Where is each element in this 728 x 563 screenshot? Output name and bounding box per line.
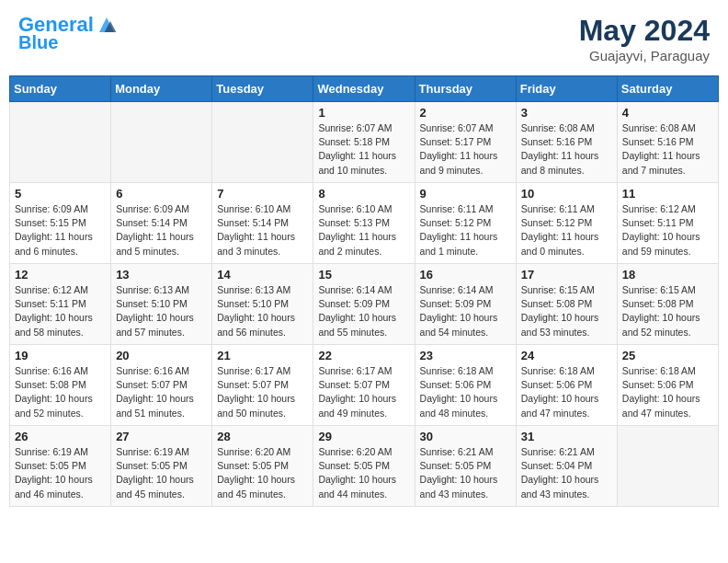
calendar-cell: 16Sunrise: 6:14 AM Sunset: 5:09 PM Dayli… (415, 264, 516, 345)
day-number: 4 (622, 106, 713, 120)
day-number: 14 (217, 268, 308, 282)
calendar-cell: 28Sunrise: 6:20 AM Sunset: 5:05 PM Dayli… (212, 426, 313, 507)
logo-blue-text: Blue (18, 32, 58, 52)
week-row-2: 5Sunrise: 6:09 AM Sunset: 5:15 PM Daylig… (10, 183, 719, 264)
calendar-cell: 24Sunrise: 6:18 AM Sunset: 5:06 PM Dayli… (516, 345, 617, 426)
day-info: Sunrise: 6:15 AM Sunset: 5:08 PM Dayligh… (521, 283, 612, 339)
week-row-1: 1Sunrise: 6:07 AM Sunset: 5:18 PM Daylig… (10, 102, 719, 183)
day-number: 23 (420, 349, 511, 362)
day-number: 9 (420, 187, 511, 201)
day-number: 19 (15, 349, 106, 362)
calendar-cell: 18Sunrise: 6:15 AM Sunset: 5:08 PM Dayli… (617, 264, 718, 345)
calendar-cell: 12Sunrise: 6:12 AM Sunset: 5:11 PM Dayli… (10, 264, 111, 345)
day-number: 29 (318, 430, 409, 443)
day-info: Sunrise: 6:11 AM Sunset: 5:12 PM Dayligh… (420, 202, 511, 259)
day-info: Sunrise: 6:12 AM Sunset: 5:11 PM Dayligh… (15, 283, 106, 339)
day-info: Sunrise: 6:20 AM Sunset: 5:05 PM Dayligh… (318, 445, 409, 501)
week-row-3: 12Sunrise: 6:12 AM Sunset: 5:11 PM Dayli… (10, 264, 719, 345)
calendar-cell: 20Sunrise: 6:16 AM Sunset: 5:07 PM Dayli… (111, 345, 212, 426)
day-info: Sunrise: 6:08 AM Sunset: 5:16 PM Dayligh… (622, 121, 713, 178)
calendar-cell (111, 102, 212, 183)
day-info: Sunrise: 6:18 AM Sunset: 5:06 PM Dayligh… (622, 364, 713, 420)
day-number: 7 (217, 187, 308, 201)
calendar-cell: 11Sunrise: 6:12 AM Sunset: 5:11 PM Dayli… (617, 183, 718, 264)
day-number: 26 (15, 430, 106, 443)
day-number: 20 (116, 349, 207, 362)
calendar-cell: 25Sunrise: 6:18 AM Sunset: 5:06 PM Dayli… (617, 345, 718, 426)
day-info: Sunrise: 6:21 AM Sunset: 5:05 PM Dayligh… (420, 445, 511, 501)
calendar-cell (212, 102, 313, 183)
day-info: Sunrise: 6:14 AM Sunset: 5:09 PM Dayligh… (420, 283, 511, 339)
calendar-cell: 27Sunrise: 6:19 AM Sunset: 5:05 PM Dayli… (111, 426, 212, 507)
day-number: 3 (521, 106, 612, 120)
day-info: Sunrise: 6:13 AM Sunset: 5:10 PM Dayligh… (116, 283, 207, 339)
title-block: May 2024 Guajayvi, Paraguay (579, 14, 710, 63)
day-number: 18 (622, 268, 713, 282)
calendar-cell: 17Sunrise: 6:15 AM Sunset: 5:08 PM Dayli… (516, 264, 617, 345)
week-row-4: 19Sunrise: 6:16 AM Sunset: 5:08 PM Dayli… (10, 345, 719, 426)
weekday-header-wednesday: Wednesday (313, 76, 415, 102)
weekday-header-sunday: Sunday (10, 76, 111, 102)
day-number: 17 (521, 268, 612, 282)
day-number: 2 (420, 106, 511, 120)
calendar-cell: 6Sunrise: 6:09 AM Sunset: 5:14 PM Daylig… (111, 183, 212, 264)
weekday-header-friday: Friday (516, 76, 617, 102)
month-title: May 2024 (579, 14, 710, 48)
calendar-cell: 1Sunrise: 6:07 AM Sunset: 5:18 PM Daylig… (313, 102, 415, 183)
day-number: 25 (622, 349, 713, 362)
calendar-cell: 2Sunrise: 6:07 AM Sunset: 5:17 PM Daylig… (415, 102, 516, 183)
day-number: 8 (318, 187, 409, 201)
day-info: Sunrise: 6:13 AM Sunset: 5:10 PM Dayligh… (217, 283, 308, 339)
calendar-cell: 22Sunrise: 6:17 AM Sunset: 5:07 PM Dayli… (313, 345, 415, 426)
day-number: 21 (217, 349, 308, 362)
day-info: Sunrise: 6:07 AM Sunset: 5:17 PM Dayligh… (420, 121, 511, 178)
calendar-cell: 5Sunrise: 6:09 AM Sunset: 5:15 PM Daylig… (10, 183, 111, 264)
day-number: 12 (15, 268, 106, 282)
weekday-header-thursday: Thursday (415, 76, 516, 102)
day-number: 16 (420, 268, 511, 282)
weekday-header-row: SundayMondayTuesdayWednesdayThursdayFrid… (10, 76, 719, 102)
day-info: Sunrise: 6:14 AM Sunset: 5:09 PM Dayligh… (318, 283, 409, 339)
calendar-cell: 8Sunrise: 6:10 AM Sunset: 5:13 PM Daylig… (313, 183, 415, 264)
day-number: 6 (116, 187, 207, 201)
calendar-cell: 14Sunrise: 6:13 AM Sunset: 5:10 PM Dayli… (212, 264, 313, 345)
logo-icon (96, 14, 118, 36)
day-info: Sunrise: 6:12 AM Sunset: 5:11 PM Dayligh… (622, 202, 713, 259)
calendar-cell: 9Sunrise: 6:11 AM Sunset: 5:12 PM Daylig… (415, 183, 516, 264)
day-number: 28 (217, 430, 308, 443)
day-info: Sunrise: 6:18 AM Sunset: 5:06 PM Dayligh… (420, 364, 511, 420)
day-number: 11 (622, 187, 713, 201)
day-number: 15 (318, 268, 409, 282)
calendar-cell: 21Sunrise: 6:17 AM Sunset: 5:07 PM Dayli… (212, 345, 313, 426)
calendar-cell: 26Sunrise: 6:19 AM Sunset: 5:05 PM Dayli… (10, 426, 111, 507)
day-info: Sunrise: 6:11 AM Sunset: 5:12 PM Dayligh… (521, 202, 612, 259)
logo: General Blue (18, 14, 118, 52)
day-info: Sunrise: 6:21 AM Sunset: 5:04 PM Dayligh… (521, 445, 612, 501)
day-info: Sunrise: 6:07 AM Sunset: 5:18 PM Dayligh… (318, 121, 409, 178)
day-info: Sunrise: 6:19 AM Sunset: 5:05 PM Dayligh… (15, 445, 106, 501)
calendar-cell: 4Sunrise: 6:08 AM Sunset: 5:16 PM Daylig… (617, 102, 718, 183)
day-info: Sunrise: 6:17 AM Sunset: 5:07 PM Dayligh… (217, 364, 308, 420)
calendar-cell: 23Sunrise: 6:18 AM Sunset: 5:06 PM Dayli… (415, 345, 516, 426)
day-info: Sunrise: 6:10 AM Sunset: 5:13 PM Dayligh… (318, 202, 409, 259)
calendar-cell: 7Sunrise: 6:10 AM Sunset: 5:14 PM Daylig… (212, 183, 313, 264)
day-number: 22 (318, 349, 409, 362)
day-number: 30 (420, 430, 511, 443)
week-row-5: 26Sunrise: 6:19 AM Sunset: 5:05 PM Dayli… (10, 426, 719, 507)
calendar-cell: 31Sunrise: 6:21 AM Sunset: 5:04 PM Dayli… (516, 426, 617, 507)
day-number: 13 (116, 268, 207, 282)
day-info: Sunrise: 6:10 AM Sunset: 5:14 PM Dayligh… (217, 202, 308, 259)
day-info: Sunrise: 6:16 AM Sunset: 5:08 PM Dayligh… (15, 364, 106, 420)
calendar-cell: 3Sunrise: 6:08 AM Sunset: 5:16 PM Daylig… (516, 102, 617, 183)
day-number: 27 (116, 430, 207, 443)
calendar-cell: 15Sunrise: 6:14 AM Sunset: 5:09 PM Dayli… (313, 264, 415, 345)
day-number: 10 (521, 187, 612, 201)
calendar-cell (10, 102, 111, 183)
weekday-header-tuesday: Tuesday (212, 76, 313, 102)
calendar-cell (617, 426, 718, 507)
day-number: 31 (521, 430, 612, 443)
weekday-header-monday: Monday (111, 76, 212, 102)
day-info: Sunrise: 6:16 AM Sunset: 5:07 PM Dayligh… (116, 364, 207, 420)
day-info: Sunrise: 6:19 AM Sunset: 5:05 PM Dayligh… (116, 445, 207, 501)
day-info: Sunrise: 6:09 AM Sunset: 5:14 PM Dayligh… (116, 202, 207, 259)
